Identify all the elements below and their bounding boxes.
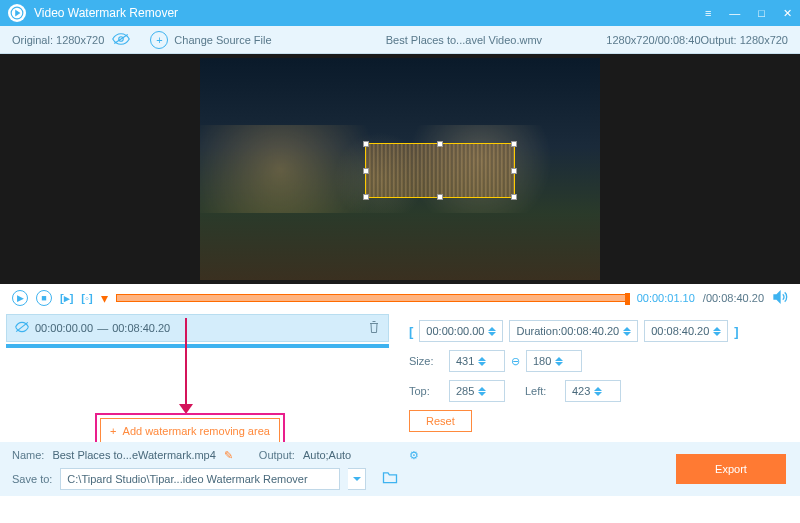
save-to-label: Save to: <box>12 473 52 485</box>
size-label: Size: <box>409 355 443 367</box>
export-button[interactable]: Export <box>676 454 786 484</box>
annotation-arrow <box>185 318 187 408</box>
volume-icon[interactable] <box>772 290 788 306</box>
width-input[interactable]: 431 <box>449 350 505 372</box>
resize-handle[interactable] <box>511 194 517 200</box>
bottom-bar: Name: Best Places to...eWatermark.mp4 ✎ … <box>0 442 800 496</box>
left-label: Left: <box>525 385 559 397</box>
titlebar: Video Watermark Remover ≡ — □ ✕ <box>0 0 800 26</box>
start-time-input[interactable]: 00:00:00.00 <box>419 320 503 342</box>
duration-input[interactable]: Duration:00:08:40.20 <box>509 320 638 342</box>
resize-handle[interactable] <box>511 141 517 147</box>
segment-start: 00:00:00.00 <box>35 322 93 334</box>
bracket-start-icon[interactable]: [ <box>409 324 413 339</box>
timeline-handle[interactable] <box>625 293 630 305</box>
stop-button[interactable]: ■ <box>36 290 52 306</box>
plus-icon: + <box>110 425 116 437</box>
segment-end: 00:08:40.20 <box>112 322 170 334</box>
output-label: Output: 1280x720 <box>701 34 788 46</box>
reset-button[interactable]: Reset <box>409 410 472 432</box>
total-time: /00:08:40.20 <box>703 292 764 304</box>
set-end-button[interactable]: [◦] <box>81 292 92 304</box>
resize-handle[interactable] <box>437 141 443 147</box>
resize-handle[interactable] <box>363 141 369 147</box>
play-button[interactable]: ▶ <box>12 290 28 306</box>
delete-segment-icon[interactable] <box>368 320 380 336</box>
bracket-end-icon[interactable]: ] <box>734 324 738 339</box>
save-path-dropdown[interactable] <box>348 468 366 490</box>
watermark-selection-box[interactable] <box>365 143 515 198</box>
add-source-icon[interactable]: + <box>150 31 168 49</box>
minimize-button[interactable]: — <box>729 7 740 20</box>
segment-sep: — <box>97 322 108 334</box>
left-input[interactable]: 423 <box>565 380 621 402</box>
set-start-button[interactable]: [▸] <box>60 292 73 305</box>
output-format: Auto;Auto <box>303 449 351 461</box>
properties-panel: [ 00:00:00.00 Duration:00:08:40.20 00:08… <box>395 312 800 442</box>
original-label: Original: 1280x720 <box>12 34 104 46</box>
resize-handle[interactable] <box>363 194 369 200</box>
top-label: Top: <box>409 385 443 397</box>
source-filename: Best Places to...avel Video.wmv <box>332 34 597 46</box>
segment-row[interactable]: 00:00:00.00 — 00:08:40.20 <box>6 314 389 342</box>
output-name: Best Places to...eWatermark.mp4 <box>52 449 215 461</box>
name-label: Name: <box>12 449 44 461</box>
change-source-button[interactable]: Change Source File <box>174 34 271 46</box>
menu-icon[interactable]: ≡ <box>705 7 711 20</box>
app-logo <box>8 4 26 22</box>
maximize-button[interactable]: □ <box>758 7 765 20</box>
timeline-slider[interactable] <box>116 294 629 302</box>
window-controls: ≡ — □ ✕ <box>705 7 792 20</box>
browse-folder-icon[interactable] <box>382 471 398 486</box>
save-path-input[interactable]: C:\Tipard Studio\Tipar...ideo Watermark … <box>60 468 340 490</box>
video-area <box>0 54 800 284</box>
video-preview[interactable] <box>200 58 600 280</box>
close-button[interactable]: ✕ <box>783 7 792 20</box>
settings-icon[interactable]: ⚙ <box>409 449 419 462</box>
resize-handle[interactable] <box>437 194 443 200</box>
resize-handle[interactable] <box>363 168 369 174</box>
output-format-label: Output: <box>259 449 295 461</box>
resize-handle[interactable] <box>511 168 517 174</box>
add-watermark-area-button[interactable]: + Add watermark removing area <box>100 418 280 444</box>
edit-name-icon[interactable]: ✎ <box>224 449 233 462</box>
link-icon[interactable]: ⊖ <box>511 355 520 368</box>
timeline-marker-icon: ▾ <box>101 290 108 306</box>
current-time: 00:00:01.10 <box>637 292 695 304</box>
svg-line-2 <box>115 34 129 43</box>
app-title: Video Watermark Remover <box>34 6 705 20</box>
top-input[interactable]: 285 <box>449 380 505 402</box>
preview-toggle-icon[interactable] <box>112 33 130 47</box>
height-input[interactable]: 180 <box>526 350 582 372</box>
source-dimensions: 1280x720/00:08:40 <box>606 34 700 46</box>
end-time-input[interactable]: 00:08:40.20 <box>644 320 728 342</box>
toolbar: Original: 1280x720 + Change Source File … <box>0 26 800 54</box>
segment-icon <box>15 320 29 336</box>
segment-bar[interactable] <box>6 344 389 348</box>
playback-bar: ▶ ■ [▸] [◦] ▾ 00:00:01.10 /00:08:40.20 <box>0 284 800 312</box>
